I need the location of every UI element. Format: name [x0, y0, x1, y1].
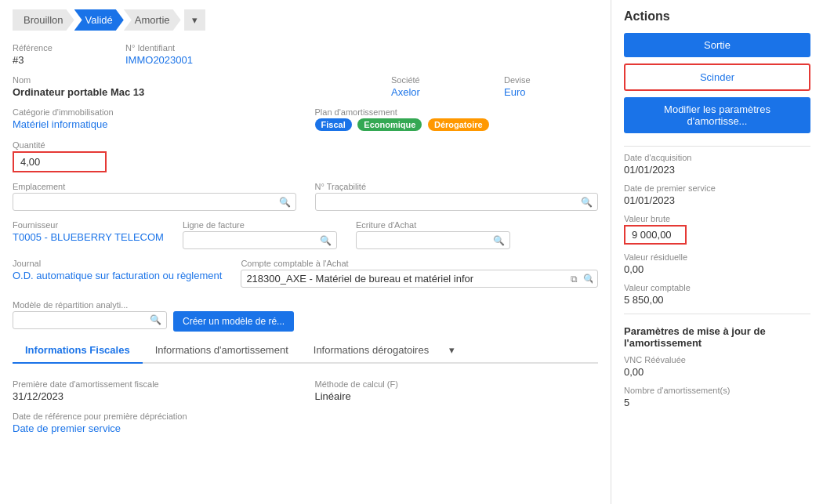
n-tracabilite-label: N° Traçabilité [315, 182, 599, 191]
devise-group: Devise Euro [504, 75, 598, 98]
ecriture-achat-input-container[interactable]: 🔍 [356, 231, 510, 249]
sortie-button[interactable]: Sortie [624, 33, 810, 57]
date-reference-group: Date de référence pour première déprécia… [13, 412, 598, 434]
ecriture-achat-label: Ecriture d'Achat [356, 220, 510, 230]
valeur-residuelle-value: 0,00 [624, 263, 810, 275]
badge-economique: Economique [357, 118, 422, 131]
modify-button[interactable]: Modifier les paramètres d'amortisse... [624, 97, 810, 133]
quantite-box: 4,00 [13, 151, 107, 172]
valeur-brute-label: Valeur brute [624, 214, 810, 223]
methode-calcul-value: Linéaire [315, 390, 599, 402]
modele-repartition-input[interactable] [18, 314, 150, 326]
categorie-label: Catégorie d'immobilisation [13, 107, 296, 117]
devise-label: Devise [504, 75, 598, 85]
n-identifiant-label: N° Identifiant [125, 43, 219, 53]
ligne-facture-search-icon: 🔍 [320, 235, 332, 246]
date-acquisition-field: Date d'acquisition 01/01/2023 [624, 153, 810, 176]
plan-amortissement-label: Plan d'amortissement [315, 107, 599, 117]
n-tracabilite-input[interactable] [321, 196, 582, 208]
fournisseur-value[interactable]: T0005 - BLUEBERRY TELECOM [13, 231, 164, 243]
tabs-dropdown[interactable]: ▾ [441, 338, 462, 362]
valeur-brute-box: 9 000,00 [624, 225, 687, 245]
ecriture-achat-search-icon: 🔍 [493, 235, 505, 246]
valeur-residuelle-label: Valeur résiduelle [624, 252, 810, 262]
copy-icon[interactable]: ⧉ [571, 274, 580, 285]
date-premier-service-field: Date de premier service 01/01/2023 [624, 183, 810, 206]
plan-badges: Fiscal Economique Dérogatoire [315, 118, 599, 131]
date-reference-value[interactable]: Date de premier service [13, 422, 598, 434]
fournisseur-group: Fournisseur T0005 - BLUEBERRY TELECOM [13, 220, 164, 243]
societe-label: Société [391, 75, 485, 85]
compte-comptable-label: Compte comptable à l'Achat [241, 259, 598, 268]
emplacement-group: Emplacement 🔍 [13, 182, 296, 211]
nombre-amortissements-field: Nombre d'amortissement(s) 5 [624, 386, 810, 408]
fournisseur-label: Fournisseur [13, 220, 164, 230]
reference-group: Référence #3 [13, 43, 107, 66]
plan-amortissement-group: Plan d'amortissement Fiscal Economique D… [315, 107, 599, 131]
status-amortie[interactable]: Amortie [124, 9, 181, 31]
badge-fiscal: Fiscal [315, 118, 352, 131]
n-tracabilite-input-container[interactable]: 🔍 [315, 193, 599, 211]
modele-repartition-row: Modèle de répartition analyti... 🔍 Créer… [13, 297, 598, 332]
reference-value: #3 [13, 54, 107, 66]
valeur-residuelle-field: Valeur résiduelle 0,00 [624, 252, 810, 275]
societe-value[interactable]: Axelor [391, 86, 485, 98]
vnc-reevaluee-value: 0,00 [624, 366, 810, 378]
valeur-comptable-label: Valeur comptable [624, 283, 810, 292]
status-dropdown[interactable]: ▾ [184, 9, 205, 31]
modele-repartition-search-icon: 🔍 [150, 314, 161, 325]
tab-informations-fiscales[interactable]: Informations Fiscales [13, 338, 143, 364]
nom-group: Nom Ordinateur portable Mac 13 [13, 75, 372, 98]
sidebar: Actions Sortie Scinder Modifier les para… [611, 0, 823, 504]
quantite-group: Quantité 4,00 [13, 140, 107, 172]
date-acquisition-label: Date d'acquisition [624, 153, 810, 162]
tab-informations-derogatoires[interactable]: Informations dérogatoires [301, 338, 441, 364]
reference-label: Référence [13, 43, 107, 53]
ecriture-achat-input[interactable] [361, 234, 493, 246]
nombre-amortissements-value: 5 [624, 397, 810, 408]
ligne-facture-input[interactable] [188, 234, 320, 246]
n-identifiant-value[interactable]: IMMO2023001 [125, 54, 219, 66]
status-brouillon[interactable]: Brouillon [13, 9, 74, 31]
compte-comptable-group: Compte comptable à l'Achat 218300_AXE - … [241, 259, 598, 288]
ecriture-achat-group: Ecriture d'Achat 🔍 [356, 220, 510, 249]
modele-repartition-input-container[interactable]: 🔍 [13, 311, 167, 329]
journal-label: Journal [13, 259, 222, 268]
account-search-icon[interactable]: 🔍 [583, 274, 593, 285]
emplacement-search-icon: 🔍 [279, 197, 291, 208]
premiere-date-value: 31/12/2023 [13, 390, 296, 402]
nombre-amortissements-label: Nombre d'amortissement(s) [624, 386, 810, 395]
journal-value[interactable]: O.D. automatique sur facturation ou règl… [13, 270, 222, 281]
emplacement-input-container[interactable]: 🔍 [13, 193, 296, 211]
quantite-label: Quantité [13, 140, 107, 150]
badge-derogatoire: Dérogatoire [428, 118, 489, 131]
vnc-reevaluee-label: VNC Réévaluée [624, 355, 810, 364]
scinder-button[interactable]: Scinder [624, 63, 810, 91]
valeur-brute-value: 9 000,00 [632, 229, 672, 241]
n-identifiant-group: N° Identifiant IMMO2023001 [125, 43, 219, 66]
devise-value[interactable]: Euro [504, 86, 598, 98]
categorie-group: Catégorie d'immobilisation Matériel info… [13, 107, 296, 130]
tab-content: Première date d'amortissement fiscale 31… [13, 373, 598, 434]
tab-informations-amortissement[interactable]: Informations d'amortissement [143, 338, 301, 364]
emplacement-label: Emplacement [13, 182, 296, 191]
status-bar: Brouillon Validé Amortie ▾ [13, 9, 598, 31]
vnc-reevaluee-field: VNC Réévaluée 0,00 [624, 355, 810, 378]
nom-label: Nom [13, 75, 372, 85]
categorie-value[interactable]: Matériel informatique [13, 118, 296, 130]
modele-repartition-group: Modèle de répartition analyti... 🔍 [13, 300, 167, 329]
ligne-facture-input-container[interactable]: 🔍 [183, 231, 337, 249]
nom-value: Ordinateur portable Mac 13 [13, 86, 372, 98]
status-valide[interactable]: Validé [74, 9, 124, 31]
quantite-value: 4,00 [20, 156, 40, 168]
valeur-comptable-field: Valeur comptable 5 850,00 [624, 283, 810, 306]
emplacement-input[interactable] [18, 196, 279, 208]
premiere-date-group: Première date d'amortissement fiscale 31… [13, 379, 296, 402]
ligne-facture-label: Ligne de facture [183, 220, 337, 230]
societe-group: Société Axelor [391, 75, 485, 98]
creer-modele-button[interactable]: Créer un modèle de ré... [173, 311, 294, 332]
n-tracabilite-search-icon: 🔍 [581, 197, 593, 208]
n-tracabilite-group: N° Traçabilité 🔍 [315, 182, 599, 211]
divider-1 [624, 146, 810, 147]
compte-comptable-field[interactable]: 218300_AXE - Matériel de bureau et matér… [241, 270, 598, 288]
